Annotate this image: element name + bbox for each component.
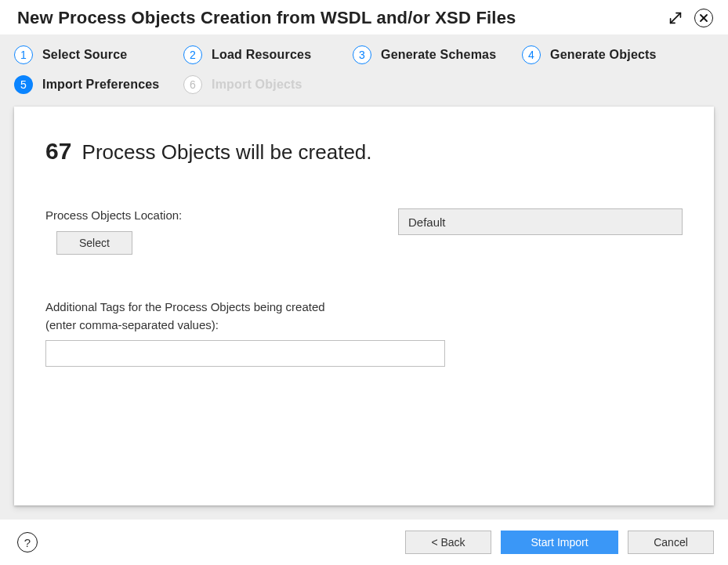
location-label: Process Objects Location: [45,208,375,222]
help-icon[interactable]: ? [17,532,38,552]
tags-section: Additional Tags for the Process Objects … [45,299,683,367]
dialog-title: New Process Objects Creation from WSDL a… [17,8,516,28]
step-generate-objects[interactable]: 4 Generate Objects [522,45,686,64]
svg-line-0 [671,13,681,24]
wizard-body: 1 Select Source 2 Load Resources 3 Gener… [0,34,728,520]
step-label: Generate Schemas [381,48,496,62]
step-number: 3 [353,45,371,64]
wizard-steps: 1 Select Source 2 Load Resources 3 Gener… [14,45,714,94]
cancel-button[interactable]: Cancel [628,531,714,554]
step-select-source[interactable]: 1 Select Source [14,45,179,64]
tags-label-line1: Additional Tags for the Process Objects … [45,299,683,317]
step-import-preferences[interactable]: 5 Import Preferences [14,75,179,94]
headline-text: Process Objects will be created. [82,140,372,164]
titlebar: New Process Objects Creation from WSDL a… [0,0,728,34]
step-label: Generate Objects [550,48,657,62]
headline: 67 Process Objects will be created. [45,138,683,165]
expand-icon[interactable] [665,8,686,28]
location-value: Default [398,208,683,235]
back-button[interactable]: < Back [405,531,491,554]
dialog-footer: ? < Back Start Import Cancel [0,520,728,565]
content-panel: 67 Process Objects will be created. Proc… [14,107,714,505]
step-import-objects: 6 Import Objects [183,75,348,94]
tags-label-line2: (enter comma-separated values): [45,317,683,335]
object-count: 67 [45,138,71,164]
step-label: Select Source [42,48,127,62]
wizard-dialog: New Process Objects Creation from WSDL a… [0,0,728,565]
step-number: 6 [183,75,202,94]
step-number: 2 [183,45,202,64]
location-row: Process Objects Location: Select Default [45,208,683,255]
step-label: Import Objects [212,78,302,92]
titlebar-actions [665,8,714,28]
select-location-button[interactable]: Select [56,231,132,255]
step-generate-schemas[interactable]: 3 Generate Schemas [353,45,517,64]
close-icon[interactable] [694,8,714,28]
step-number: 5 [14,75,33,94]
step-load-resources[interactable]: 2 Load Resources [183,45,348,64]
step-label: Import Preferences [42,78,159,92]
step-number: 4 [522,45,541,64]
tags-input[interactable] [45,340,445,367]
start-import-button[interactable]: Start Import [501,531,618,554]
step-label: Load Resources [212,48,311,62]
step-number: 1 [14,45,33,64]
